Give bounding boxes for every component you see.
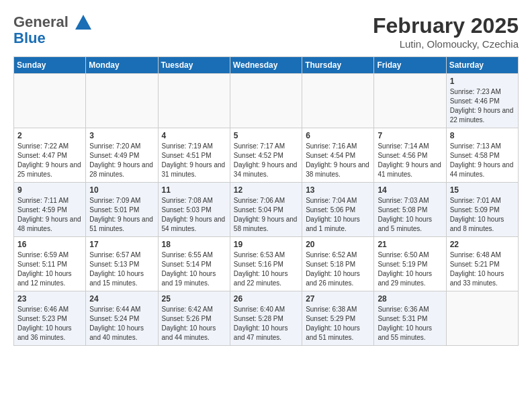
day-info: Sunrise: 6:46 AM Sunset: 5:23 PM Dayligh…	[17, 305, 82, 342]
day-header-monday: Monday	[86, 57, 158, 74]
day-cell	[86, 74, 158, 128]
day-header-tuesday: Tuesday	[158, 57, 230, 74]
day-number: 5	[234, 131, 298, 140]
day-cell: 28Sunrise: 6:36 AM Sunset: 5:31 PM Dayli…	[374, 291, 446, 346]
day-cell: 16Sunrise: 6:59 AM Sunset: 5:11 PM Dayli…	[14, 237, 86, 291]
day-number: 18	[162, 240, 226, 249]
day-number: 3	[89, 131, 154, 140]
day-cell: 11Sunrise: 7:08 AM Sunset: 5:03 PM Dayli…	[158, 183, 230, 237]
day-cell: 17Sunrise: 6:57 AM Sunset: 5:13 PM Dayli…	[86, 237, 158, 291]
day-cell: 19Sunrise: 6:53 AM Sunset: 5:16 PM Dayli…	[230, 237, 302, 291]
day-header-sunday: Sunday	[14, 57, 86, 74]
subtitle: Lutin, Olomoucky, Czechia	[373, 38, 519, 50]
day-number: 28	[378, 294, 442, 304]
day-cell: 26Sunrise: 6:40 AM Sunset: 5:28 PM Dayli…	[230, 291, 302, 346]
day-number: 6	[306, 131, 370, 140]
day-cell: 23Sunrise: 6:46 AM Sunset: 5:23 PM Dayli…	[14, 291, 86, 346]
day-info: Sunrise: 6:42 AM Sunset: 5:26 PM Dayligh…	[162, 305, 226, 342]
week-row-3: 9Sunrise: 7:11 AM Sunset: 4:59 PM Daylig…	[14, 183, 519, 237]
day-cell	[302, 74, 374, 128]
week-row-2: 2Sunrise: 7:22 AM Sunset: 4:47 PM Daylig…	[14, 128, 519, 183]
day-number: 13	[306, 185, 370, 195]
day-info: Sunrise: 6:48 AM Sunset: 5:21 PM Dayligh…	[450, 250, 515, 288]
day-cell: 2Sunrise: 7:22 AM Sunset: 4:47 PM Daylig…	[14, 128, 86, 183]
day-cell: 15Sunrise: 7:01 AM Sunset: 5:09 PM Dayli…	[446, 183, 518, 237]
day-cell: 13Sunrise: 7:04 AM Sunset: 5:06 PM Dayli…	[302, 183, 374, 237]
day-cell	[374, 74, 446, 128]
day-number: 11	[162, 185, 226, 195]
week-row-4: 16Sunrise: 6:59 AM Sunset: 5:11 PM Dayli…	[14, 237, 519, 291]
day-cell	[446, 291, 518, 346]
day-cell	[158, 74, 230, 128]
day-cell: 20Sunrise: 6:52 AM Sunset: 5:18 PM Dayli…	[302, 237, 374, 291]
day-info: Sunrise: 7:23 AM Sunset: 4:46 PM Dayligh…	[450, 87, 515, 125]
day-cell: 18Sunrise: 6:55 AM Sunset: 5:14 PM Dayli…	[158, 237, 230, 291]
day-cell: 1Sunrise: 7:23 AM Sunset: 4:46 PM Daylig…	[446, 74, 518, 128]
day-info: Sunrise: 6:44 AM Sunset: 5:24 PM Dayligh…	[89, 305, 154, 342]
day-info: Sunrise: 6:38 AM Sunset: 5:29 PM Dayligh…	[306, 305, 370, 342]
day-cell: 25Sunrise: 6:42 AM Sunset: 5:26 PM Dayli…	[158, 291, 230, 346]
day-cell: 24Sunrise: 6:44 AM Sunset: 5:24 PM Dayli…	[86, 291, 158, 346]
day-cell: 10Sunrise: 7:09 AM Sunset: 5:01 PM Dayli…	[86, 183, 158, 237]
day-header-saturday: Saturday	[446, 57, 518, 74]
day-number: 14	[378, 185, 442, 195]
day-info: Sunrise: 7:20 AM Sunset: 4:49 PM Dayligh…	[89, 142, 154, 179]
day-cell	[14, 74, 86, 128]
week-row-1: 1Sunrise: 7:23 AM Sunset: 4:46 PM Daylig…	[14, 74, 519, 128]
day-number: 17	[89, 240, 154, 249]
svg-marker-0	[75, 15, 91, 30]
day-cell: 4Sunrise: 7:19 AM Sunset: 4:51 PM Daylig…	[158, 128, 230, 183]
day-number: 21	[378, 240, 442, 249]
day-info: Sunrise: 7:06 AM Sunset: 5:04 PM Dayligh…	[234, 196, 298, 234]
logo-text-line2: Blue	[13, 30, 46, 46]
day-info: Sunrise: 7:14 AM Sunset: 4:56 PM Dayligh…	[378, 142, 442, 179]
day-info: Sunrise: 7:16 AM Sunset: 4:54 PM Dayligh…	[306, 142, 370, 179]
logo: General Blue	[13, 13, 94, 47]
day-number: 27	[306, 294, 370, 304]
month-title: February 2025	[373, 13, 519, 38]
day-header-friday: Friday	[374, 57, 446, 74]
day-info: Sunrise: 7:19 AM Sunset: 4:51 PM Dayligh…	[162, 142, 226, 179]
day-info: Sunrise: 6:53 AM Sunset: 5:16 PM Dayligh…	[234, 250, 298, 288]
logo-text-line1: General	[13, 13, 69, 30]
day-cell: 6Sunrise: 7:16 AM Sunset: 4:54 PM Daylig…	[302, 128, 374, 183]
day-cell	[230, 74, 302, 128]
day-info: Sunrise: 6:36 AM Sunset: 5:31 PM Dayligh…	[378, 305, 442, 342]
day-number: 8	[450, 131, 515, 140]
calendar-table: SundayMondayTuesdayWednesdayThursdayFrid…	[13, 56, 519, 346]
day-info: Sunrise: 7:17 AM Sunset: 4:52 PM Dayligh…	[234, 142, 298, 179]
day-number: 22	[450, 240, 515, 249]
day-number: 24	[89, 294, 154, 304]
day-info: Sunrise: 6:59 AM Sunset: 5:11 PM Dayligh…	[17, 250, 82, 288]
day-number: 16	[17, 240, 82, 249]
day-info: Sunrise: 7:11 AM Sunset: 4:59 PM Dayligh…	[17, 196, 82, 234]
day-number: 12	[234, 185, 298, 195]
day-number: 19	[234, 240, 298, 249]
day-info: Sunrise: 6:40 AM Sunset: 5:28 PM Dayligh…	[234, 305, 298, 342]
day-info: Sunrise: 7:08 AM Sunset: 5:03 PM Dayligh…	[162, 196, 226, 234]
day-cell: 14Sunrise: 7:03 AM Sunset: 5:08 PM Dayli…	[374, 183, 446, 237]
day-info: Sunrise: 7:01 AM Sunset: 5:09 PM Dayligh…	[450, 196, 515, 234]
page-header: General Blue February 2025 Lutin, Olomou…	[13, 13, 519, 50]
day-info: Sunrise: 7:13 AM Sunset: 4:58 PM Dayligh…	[450, 142, 515, 179]
day-info: Sunrise: 6:57 AM Sunset: 5:13 PM Dayligh…	[89, 250, 154, 288]
day-cell: 22Sunrise: 6:48 AM Sunset: 5:21 PM Dayli…	[446, 237, 518, 291]
week-row-5: 23Sunrise: 6:46 AM Sunset: 5:23 PM Dayli…	[14, 291, 519, 346]
day-info: Sunrise: 7:04 AM Sunset: 5:06 PM Dayligh…	[306, 196, 370, 234]
day-cell: 21Sunrise: 6:50 AM Sunset: 5:19 PM Dayli…	[374, 237, 446, 291]
day-cell: 27Sunrise: 6:38 AM Sunset: 5:29 PM Dayli…	[302, 291, 374, 346]
day-cell: 3Sunrise: 7:20 AM Sunset: 4:49 PM Daylig…	[86, 128, 158, 183]
day-number: 7	[378, 131, 442, 140]
day-number: 10	[89, 185, 154, 195]
day-number: 9	[17, 185, 82, 195]
day-cell: 5Sunrise: 7:17 AM Sunset: 4:52 PM Daylig…	[230, 128, 302, 183]
day-header-thursday: Thursday	[302, 57, 374, 74]
title-block: February 2025 Lutin, Olomoucky, Czechia	[373, 13, 519, 50]
day-info: Sunrise: 7:22 AM Sunset: 4:47 PM Dayligh…	[17, 142, 82, 179]
day-number: 20	[306, 240, 370, 249]
day-info: Sunrise: 6:55 AM Sunset: 5:14 PM Dayligh…	[162, 250, 226, 288]
day-number: 4	[162, 131, 226, 140]
logo-icon	[74, 13, 93, 32]
day-info: Sunrise: 6:50 AM Sunset: 5:19 PM Dayligh…	[378, 250, 442, 288]
day-info: Sunrise: 7:03 AM Sunset: 5:08 PM Dayligh…	[378, 196, 442, 234]
